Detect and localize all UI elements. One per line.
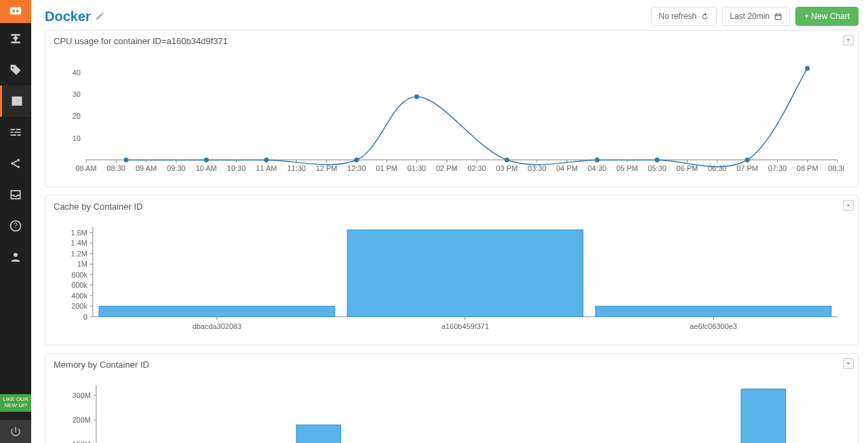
svg-point-74: [655, 157, 660, 162]
svg-rect-9: [775, 14, 781, 19]
sidebar-item-tags[interactable]: [0, 54, 31, 85]
svg-text:05:30: 05:30: [648, 164, 666, 172]
new-ui-badge[interactable]: LIKE OUR NEW UI?: [0, 394, 31, 412]
svg-text:dbacda302083: dbacda302083: [193, 322, 242, 330]
svg-point-67: [123, 157, 128, 162]
refresh-icon: [701, 12, 709, 21]
svg-text:ae6fc06300e3: ae6fc06300e3: [690, 322, 737, 330]
panel-cpu-collapse[interactable]: [843, 35, 854, 45]
calendar-icon: [774, 12, 783, 21]
svg-point-71: [414, 94, 419, 99]
svg-point-4: [17, 159, 20, 161]
svg-text:01:30: 01:30: [408, 164, 426, 172]
svg-text:600k: 600k: [71, 281, 87, 289]
svg-text:07 PM: 07 PM: [736, 164, 758, 172]
svg-text:03 PM: 03 PM: [496, 164, 518, 172]
svg-text:12:30: 12:30: [347, 164, 366, 172]
svg-rect-97: [99, 306, 335, 317]
svg-text:08 PM: 08 PM: [797, 164, 818, 172]
chevron-down-icon: [845, 202, 852, 209]
timerange-dropdown[interactable]: Last 20min: [722, 7, 790, 26]
svg-text:a160b459f371: a160b459f371: [441, 322, 489, 330]
svg-point-5: [17, 166, 20, 168]
svg-text:800k: 800k: [71, 270, 87, 278]
sidebar-item-storage[interactable]: [0, 23, 31, 54]
svg-text:10 AM: 10 AM: [196, 164, 217, 172]
svg-text:10:30: 10:30: [227, 164, 245, 172]
sidebar-item-help[interactable]: ?: [0, 210, 31, 242]
sidebar-item-inbox[interactable]: [0, 179, 31, 210]
svg-rect-103: [595, 306, 831, 317]
header-actions: No refresh Last 20min + New Chart: [651, 7, 859, 26]
svg-point-70: [354, 157, 359, 162]
new-chart-button[interactable]: + New Chart: [795, 7, 859, 26]
cache-chart: 0200k400k600k800k1M1.2M1.4M1.6Mdbacda302…: [45, 218, 858, 345]
svg-text:06 PM: 06 PM: [677, 164, 698, 172]
sidebar-item-account[interactable]: [0, 242, 31, 273]
sidebar-item-share[interactable]: [0, 148, 31, 179]
svg-rect-124: [296, 425, 341, 443]
svg-text:04 PM: 04 PM: [556, 164, 578, 172]
svg-text:06:30: 06:30: [708, 164, 726, 172]
svg-point-69: [264, 157, 269, 162]
svg-text:02 PM: 02 PM: [436, 164, 458, 172]
page-title-text: Docker: [45, 9, 91, 24]
svg-point-1: [12, 9, 15, 12]
svg-text:300M: 300M: [72, 391, 90, 400]
panel-cpu: CPU usage for container ID=a160b34d9f371…: [45, 30, 859, 187]
svg-point-73: [595, 157, 599, 162]
panel-cpu-title: CPU usage for container ID=a160b34d9f371: [45, 31, 858, 52]
svg-text:20: 20: [73, 112, 81, 120]
svg-point-8: [14, 253, 18, 257]
main-content: Docker No refresh Last 20min + New Chart…: [31, 0, 868, 443]
panel-memory-collapse[interactable]: [843, 358, 854, 369]
svg-text:1.4M: 1.4M: [71, 239, 87, 247]
pencil-icon[interactable]: [95, 9, 105, 24]
app-logo[interactable]: [0, 0, 31, 23]
panel-cache: Cache by Container ID 0200k400k600k800k1…: [45, 195, 859, 346]
svg-point-68: [204, 157, 209, 162]
logout-button[interactable]: [0, 420, 31, 443]
svg-text:11:30: 11:30: [287, 164, 305, 172]
chevron-down-icon: [845, 37, 852, 43]
panel-cache-title: Cache by Container ID: [45, 196, 858, 218]
svg-text:10: 10: [73, 134, 81, 142]
chevron-down-icon: [845, 360, 852, 367]
panel-memory-title: Memory by Container ID: [45, 354, 858, 376]
svg-text:200k: 200k: [71, 302, 87, 310]
svg-text:1.2M: 1.2M: [71, 249, 87, 257]
svg-point-72: [505, 157, 509, 162]
svg-point-2: [16, 9, 19, 12]
sidebar-item-integrations[interactable]: [0, 117, 31, 148]
svg-text:02:30: 02:30: [467, 164, 486, 172]
svg-text:11 AM: 11 AM: [256, 164, 277, 172]
svg-text:30: 30: [73, 90, 81, 98]
refresh-dropdown[interactable]: No refresh: [651, 7, 717, 26]
cpu-chart: 1020304008 AM08:3009 AM09:3010 AM10:3011…: [45, 52, 858, 187]
svg-text:0: 0: [83, 312, 87, 320]
svg-text:1M: 1M: [77, 260, 87, 268]
svg-text:01 PM: 01 PM: [376, 164, 397, 172]
svg-text:04:30: 04:30: [588, 164, 606, 172]
memory-chart: 0100M200M300M: [45, 376, 858, 443]
new-chart-label: + New Chart: [804, 12, 850, 21]
svg-text:08 AM: 08 AM: [75, 164, 96, 172]
svg-text:03:30: 03:30: [528, 164, 546, 172]
svg-text:400k: 400k: [71, 291, 87, 299]
svg-text:05 PM: 05 PM: [616, 164, 638, 172]
svg-text:09:30: 09:30: [167, 164, 185, 172]
refresh-label: No refresh: [658, 12, 696, 21]
panel-cache-collapse[interactable]: [843, 200, 854, 211]
svg-rect-100: [347, 230, 583, 317]
svg-text:08:30: 08:30: [107, 164, 125, 172]
sidebar: ? LIKE OUR NEW UI?: [0, 0, 31, 443]
svg-point-76: [805, 66, 810, 71]
svg-text:09 AM: 09 AM: [136, 164, 157, 172]
sidebar-item-dashboards[interactable]: [0, 85, 31, 117]
svg-text:1.6M: 1.6M: [71, 228, 87, 236]
svg-text:07:30: 07:30: [768, 164, 787, 172]
svg-text:200M: 200M: [72, 416, 90, 424]
timerange-label: Last 20min: [730, 12, 770, 21]
svg-rect-138: [741, 389, 786, 443]
svg-text:?: ?: [14, 222, 18, 229]
